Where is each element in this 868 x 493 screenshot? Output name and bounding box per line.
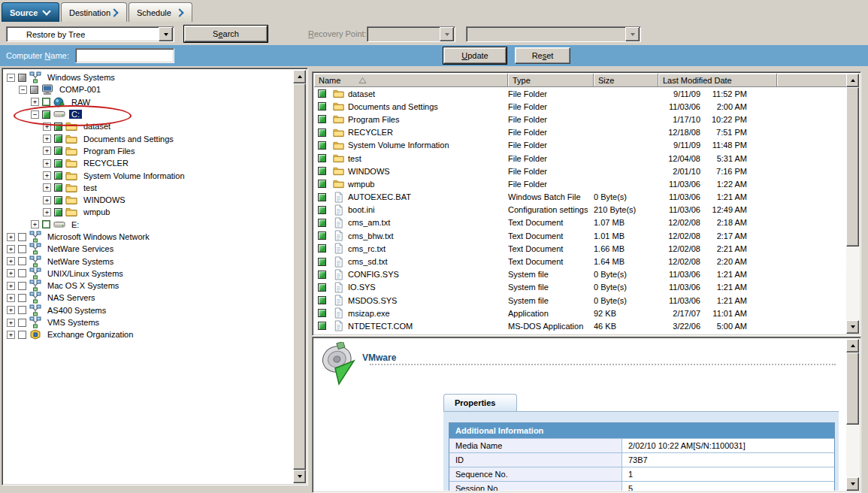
scroll-down-button[interactable]: [846, 320, 859, 334]
file-checkbox-checked[interactable]: [318, 283, 326, 292]
tree-checkbox-empty[interactable]: [18, 245, 26, 253]
tree-checkbox-empty[interactable]: [18, 306, 26, 314]
tree-checkbox-checked[interactable]: [54, 147, 62, 155]
collapse-icon[interactable]: −: [7, 74, 15, 82]
scrollbar-track[interactable]: [846, 352, 859, 477]
file-name[interactable]: Documents and Settings: [348, 102, 438, 111]
file-name[interactable]: CONFIG.SYS: [348, 270, 399, 279]
file-checkbox-checked[interactable]: [318, 167, 326, 175]
dropdown-arrow-icon[interactable]: [159, 27, 173, 41]
tree-item-label[interactable]: RAW: [69, 98, 92, 107]
file-checkbox-checked[interactable]: [318, 89, 326, 98]
tree-item-label[interactable]: AS400 Systems: [45, 306, 108, 315]
file-checkbox-checked[interactable]: [318, 115, 326, 123]
file-row[interactable]: cms_am.txtText Document1.07 MB12/02/082:…: [314, 216, 846, 229]
tab-properties[interactable]: Properties: [443, 394, 517, 412]
column-header-size[interactable]: Size: [594, 74, 658, 87]
tree-item-label[interactable]: Windows Systems: [45, 73, 117, 82]
file-list-scrollbar[interactable]: [846, 74, 859, 334]
tree-item-label[interactable]: COMP-001: [57, 85, 103, 94]
file-row[interactable]: IO.SYSSystem file0 Byte(s)11/03/061:21 A…: [314, 281, 846, 294]
expand-icon[interactable]: +: [43, 135, 51, 143]
scroll-up-button[interactable]: [846, 74, 859, 87]
file-checkbox-checked[interactable]: [318, 206, 326, 214]
file-row[interactable]: testFile Folder12/04/085:31 AM: [314, 152, 846, 165]
tree-item-label[interactable]: dataset: [81, 122, 113, 131]
file-checkbox-checked[interactable]: [318, 258, 326, 266]
tab-schedule[interactable]: Schedule: [129, 2, 192, 22]
expand-icon[interactable]: +: [7, 331, 15, 339]
file-row[interactable]: cms_rc.txtText Document1.66 MB12/02/082:…: [314, 242, 846, 255]
tree-item[interactable]: +UNIX/Linux Systems: [4, 268, 293, 280]
tree-item[interactable]: +E:: [4, 219, 293, 231]
column-header-type[interactable]: Type: [508, 74, 594, 87]
tree-checkbox-empty[interactable]: [18, 269, 26, 277]
scrollbar-track[interactable]: [846, 87, 859, 320]
tree-checkbox-checked[interactable]: [54, 171, 62, 180]
tree-checkbox-checked[interactable]: [54, 122, 62, 131]
tree-checkbox-empty[interactable]: [18, 233, 26, 241]
tree-item-label[interactable]: Microsoft Windows Network: [45, 232, 152, 241]
tree-checkbox-empty[interactable]: [18, 319, 26, 327]
tree-item-label[interactable]: wmpub: [81, 207, 112, 216]
tree-item[interactable]: +System Volume Information: [4, 169, 293, 181]
file-row[interactable]: MSDOS.SYSSystem file0 Byte(s)11/03/061:2…: [314, 294, 846, 307]
file-checkbox-checked[interactable]: [318, 322, 326, 330]
file-name[interactable]: cms_rc.txt: [348, 244, 386, 253]
tree-item[interactable]: +Microsoft Windows Network: [4, 231, 293, 243]
tree-checkbox-checked[interactable]: [54, 183, 62, 192]
expand-icon[interactable]: +: [43, 208, 51, 216]
file-name[interactable]: cms_bhw.txt: [348, 231, 394, 240]
expand-icon[interactable]: +: [43, 183, 51, 192]
tree-item-label[interactable]: Exchange Organization: [45, 330, 135, 339]
expand-icon[interactable]: +: [43, 122, 51, 131]
tree-item-label[interactable]: NetWare Systems: [45, 257, 116, 266]
file-name[interactable]: boot.ini: [348, 205, 374, 214]
file-name[interactable]: Program Files: [348, 115, 399, 124]
tree-checkbox-checked[interactable]: [54, 159, 62, 168]
tree-item-label[interactable]: Program Files: [81, 147, 137, 156]
expand-icon[interactable]: +: [43, 159, 51, 168]
expand-icon[interactable]: +: [43, 147, 51, 155]
file-name[interactable]: RECYCLER: [348, 128, 393, 137]
expand-icon[interactable]: +: [7, 306, 15, 314]
file-name[interactable]: cms_am.txt: [348, 218, 390, 227]
file-name[interactable]: IO.SYS: [348, 283, 376, 292]
file-row[interactable]: boot.iniConfiguration settings210 Byte(s…: [314, 204, 846, 216]
tree-item[interactable]: −COMP-001: [4, 83, 293, 95]
file-row[interactable]: datasetFile Folder9/11/0911:52 PM: [314, 87, 846, 100]
file-row[interactable]: ntldrFILE292 KB11/01/073:50 AM: [314, 333, 846, 334]
file-row[interactable]: cms_bhw.txtText Document1.01 MB12/02/082…: [314, 229, 846, 242]
tree-scrollbar[interactable]: [293, 70, 306, 483]
file-checkbox-checked[interactable]: [318, 180, 326, 188]
file-name[interactable]: MSDOS.SYS: [348, 296, 397, 305]
column-header-name[interactable]: Name: [314, 74, 508, 87]
properties-scrollbar[interactable]: [846, 339, 859, 491]
tree-item[interactable]: +WINDOWS: [4, 194, 293, 206]
tree-item-label[interactable]: NetWare Services: [45, 244, 116, 253]
scrollbar-track[interactable]: [293, 83, 306, 470]
tree-item[interactable]: +VMS Systems: [4, 316, 293, 328]
expand-icon[interactable]: +: [31, 98, 39, 106]
file-checkbox-checked[interactable]: [318, 154, 326, 162]
collapse-icon[interactable]: −: [19, 86, 27, 94]
file-name[interactable]: NTDETECT.COM: [348, 322, 413, 331]
file-checkbox-checked[interactable]: [318, 244, 326, 253]
collapse-icon[interactable]: −: [31, 110, 39, 119]
tree-checkbox-empty-green[interactable]: [42, 220, 50, 228]
file-checkbox-checked[interactable]: [318, 231, 326, 240]
expand-icon[interactable]: +: [43, 171, 51, 180]
file-row[interactable]: wmpubFile Folder11/03/061:22 AM: [314, 177, 846, 190]
expand-icon[interactable]: +: [31, 220, 39, 228]
restore-mode-select[interactable]: Restore by Tree: [6, 26, 174, 42]
file-row[interactable]: AUTOEXEC.BATWindows Batch File0 Byte(s)1…: [314, 191, 846, 204]
tree-item-label[interactable]: System Volume Information: [81, 171, 187, 180]
tree-item-label[interactable]: test: [81, 183, 99, 192]
file-name[interactable]: wmpub: [348, 180, 374, 189]
tree-checkbox-checked[interactable]: [54, 208, 62, 216]
file-row[interactable]: msizap.exeApplication92 KB2/17/0711:01 A…: [314, 307, 846, 319]
expand-icon[interactable]: +: [7, 282, 15, 290]
expand-icon[interactable]: +: [7, 294, 15, 302]
tree-checkbox-checked[interactable]: [54, 135, 62, 143]
tree-item-label[interactable]: E:: [69, 220, 81, 229]
